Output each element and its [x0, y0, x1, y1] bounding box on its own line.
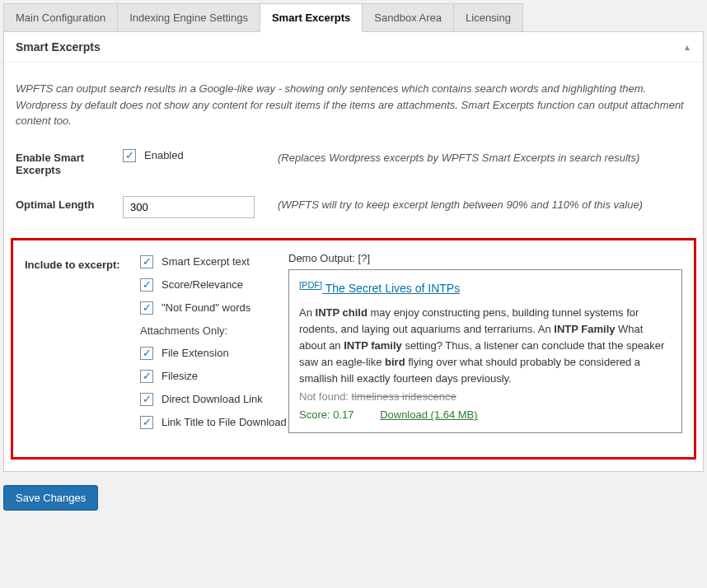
label-direct-download-link: Direct Download Link [162, 393, 263, 405]
tab-smart-excerpts[interactable]: Smart Excerpts [260, 3, 363, 32]
enable-note: (Replaces Wordpress excerpts by WPFTS Sm… [271, 149, 691, 164]
demo-download-link[interactable]: Download (1.64 MB) [380, 408, 478, 421]
demo-output-label: Demo Output: [?] [288, 252, 682, 264]
checkbox-link-title-to-file[interactable]: ✓ [140, 416, 153, 429]
panel-header[interactable]: Smart Excerpts ▲ [4, 32, 703, 63]
demo-not-found: Not found: timeliness iridescence [299, 389, 672, 405]
tab-sandbox-area[interactable]: Sandbox Area [362, 3, 454, 31]
settings-tabs: Main Configuration Indexing Engine Setti… [3, 3, 704, 32]
checkbox-smart-excerpt-text[interactable]: ✓ [140, 255, 153, 268]
checkbox-filesize[interactable]: ✓ [140, 370, 153, 383]
save-changes-button[interactable]: Save Changes [3, 485, 98, 511]
enable-label: Enable Smart Excerpts [16, 149, 123, 176]
tab-indexing-engine[interactable]: Indexing Engine Settings [117, 3, 260, 31]
demo-score: Score: 0.17 [299, 408, 354, 421]
checkbox-not-found-words[interactable]: ✓ [140, 301, 153, 315]
demo-output-box: [PDF] The Secret Lives of INTPs An INTP … [288, 269, 682, 433]
tab-licensing[interactable]: Licensing [453, 3, 523, 31]
checkbox-file-extension[interactable]: ✓ [140, 347, 153, 360]
demo-title-link[interactable]: The Secret Lives of INTPs [322, 282, 460, 295]
label-smart-excerpt-text: Smart Excerpt text [162, 255, 250, 268]
checkbox-score-relevance[interactable]: ✓ [140, 278, 153, 292]
panel-title: Smart Excerpts [16, 40, 101, 54]
attachments-only-subhead: Attachments Only: [140, 324, 288, 337]
include-label: Include to excerpt: [25, 252, 140, 439]
tab-main-configuration[interactable]: Main Configuration [3, 3, 118, 31]
length-note: (WPFTS will try to keep excerpt length b… [271, 196, 691, 211]
label-filesize: Filesize [162, 370, 198, 382]
intro-text: WPFTS can output search results in a Goo… [16, 81, 691, 129]
include-section: Include to excerpt: ✓ Smart Excerpt text… [11, 238, 696, 460]
label-link-title-to-file: Link Title to File Download [162, 416, 287, 428]
length-input[interactable] [123, 196, 255, 218]
demo-excerpt-text: An INTP child may enjoy constructing pen… [299, 305, 672, 388]
checkbox-direct-download-link[interactable]: ✓ [140, 393, 153, 406]
label-score-relevance: Score/Relevance [162, 278, 243, 291]
demo-pdf-tag: [PDF] [299, 280, 322, 290]
enable-checkbox-label: Enabled [144, 149, 184, 161]
enable-checkbox[interactable]: ✓ [123, 149, 136, 162]
length-label: Optimal Length [16, 196, 123, 211]
label-not-found-words: "Not Found" words [162, 301, 250, 314]
label-file-extension: File Extension [162, 347, 229, 359]
collapse-icon[interactable]: ▲ [683, 43, 691, 52]
